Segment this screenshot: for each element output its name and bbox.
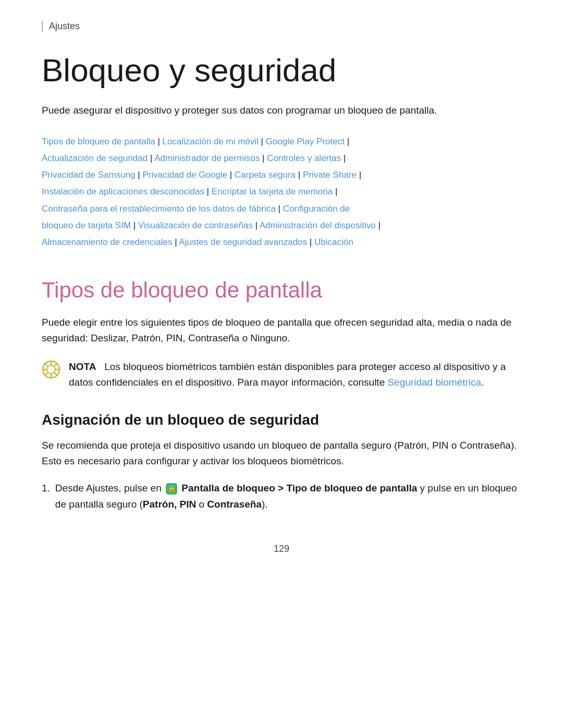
- lock-screen-icon: [166, 483, 177, 495]
- nav-link-almacenamiento[interactable]: Almacenamiento de credenciales: [42, 237, 172, 247]
- intro-text: Puede asegurar el dispositivo y proteger…: [42, 103, 521, 118]
- svg-line-9: [45, 372, 48, 375]
- step-1-bold1: Pantalla de bloqueo > Tipo de bloqueo de…: [181, 483, 417, 493]
- step-1-patron: Patrón, PIN: [143, 499, 196, 510]
- nav-link-private-share[interactable]: Private Share: [303, 170, 357, 180]
- page-number: 129: [42, 544, 521, 554]
- nav-link-privacidad-samsung[interactable]: Privacidad de Samsung: [42, 170, 136, 180]
- section1-title: Tipos de bloqueo de pantalla: [42, 277, 521, 303]
- section2-intro: Se recomienda que proteja el dispositivo…: [42, 438, 521, 470]
- nav-link-carpeta-segura[interactable]: Carpeta segura: [235, 170, 296, 180]
- breadcrumb: Ajustes: [42, 21, 521, 32]
- step-1: 1. Desde Ajustes, pulse en Pantalla de b…: [42, 480, 521, 512]
- nav-link-config-sim[interactable]: Configuración de: [283, 204, 350, 214]
- nav-link-instalacion[interactable]: Instalación de aplicaciones desconocidas: [42, 187, 204, 196]
- nav-link-controles[interactable]: Controles y alertas: [267, 153, 341, 163]
- nav-link-administracion-disp[interactable]: Administración del dispositivo: [260, 220, 376, 230]
- svg-line-7: [54, 372, 57, 375]
- steps-list: 1. Desde Ajustes, pulse en Pantalla de b…: [42, 480, 521, 512]
- page-title: Bloqueo y seguridad: [42, 53, 521, 88]
- nav-link-google-play[interactable]: Google Play Protect: [266, 137, 345, 146]
- note-icon: [42, 360, 60, 379]
- step-1-content: Desde Ajustes, pulse en Pantalla de bloq…: [55, 480, 521, 512]
- nav-link-contrasena-reset[interactable]: Contraseña para el restablecimiento de l…: [42, 204, 276, 214]
- section2-title: Asignación de un bloqueo de seguridad: [42, 412, 521, 428]
- nav-link-tipos-bloqueo[interactable]: Tipos de bloqueo de pantalla: [42, 137, 155, 146]
- nav-link-encriptar[interactable]: Encriptar la tarjeta de memoria: [212, 187, 333, 196]
- nav-link-bloqueo-sim[interactable]: bloqueo de tarjeta SIM: [42, 220, 131, 230]
- step-1-contrasena: Contraseña: [207, 499, 262, 510]
- section1-text: Puede elegir entre los siguientes tipos …: [42, 315, 521, 347]
- note-end: .: [481, 377, 484, 388]
- note-text: NOTA Los bloqueos biométricos también es…: [69, 359, 521, 391]
- breadcrumb-text: Ajustes: [49, 21, 80, 31]
- nav-link-privacidad-google[interactable]: Privacidad de Google: [142, 170, 227, 180]
- nav-links: Tipos de bloqueo de pantalla | Localizac…: [42, 133, 521, 251]
- nav-link-actualizacion[interactable]: Actualización de seguridad: [42, 153, 148, 163]
- nav-link-visualizacion[interactable]: Visualización de contraseñas: [138, 220, 253, 230]
- nav-link-ubicacion[interactable]: Ubicación: [314, 237, 353, 247]
- nav-link-administrador[interactable]: Administrador de permisos: [154, 153, 260, 163]
- note-label: NOTA: [69, 361, 96, 372]
- note-link[interactable]: Seguridad biométrica: [388, 377, 482, 388]
- svg-point-1: [47, 365, 55, 374]
- note-box: NOTA Los bloqueos biométricos también es…: [42, 359, 521, 391]
- nav-link-localizacion[interactable]: Localización de mi móvil: [163, 137, 259, 146]
- nav-link-ajustes-avanzados[interactable]: Ajustes de seguridad avanzados: [179, 237, 307, 247]
- svg-line-8: [54, 364, 57, 367]
- svg-line-6: [45, 364, 48, 367]
- step-1-number: 1.: [42, 480, 50, 496]
